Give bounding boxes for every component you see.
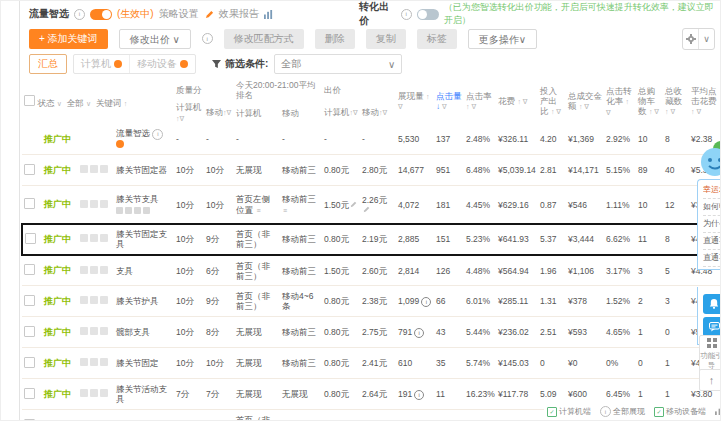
tag-icon[interactable] (100, 389, 108, 397)
header-fav[interactable]: 总收藏数 ↑ ∇ (663, 79, 689, 124)
header-all-filter[interactable]: 全部 (67, 98, 84, 108)
report-icon[interactable] (134, 207, 141, 214)
tag-icon[interactable] (90, 296, 98, 304)
tag-icon[interactable] (80, 234, 88, 242)
cell-bid-pc[interactable]: 0.80元 (322, 410, 360, 421)
cell-bid-pc[interactable]: - (322, 124, 360, 155)
modify-match-button[interactable]: 修改匹配方式 (224, 29, 304, 49)
remove-icon[interactable] (143, 207, 150, 214)
cell-bid-pc[interactable]: 0.80元 (322, 348, 360, 379)
tag-icon[interactable] (100, 200, 108, 208)
effect-report-link[interactable]: 效果报告 (219, 7, 259, 21)
tag-icon[interactable] (90, 200, 98, 208)
faq-link[interactable]: 直通车推广计划? (703, 250, 721, 267)
trend-chart-icon[interactable] (715, 406, 721, 417)
cell-bid-mobile[interactable]: 2.19元 (360, 224, 396, 255)
info-icon[interactable]: i (202, 33, 213, 44)
cell-bid-pc[interactable]: 1.50元 (322, 255, 360, 286)
info-icon[interactable]: i (152, 129, 163, 140)
modify-bid-dropdown[interactable]: 修改出价 ∨ (119, 29, 191, 49)
cell-keyword[interactable]: 膝关节固定支具 (114, 224, 174, 255)
cell-bid-mobile[interactable]: 2.26元 (360, 410, 396, 421)
header-cost[interactable]: 花费 ↑ ∇ (496, 79, 538, 124)
row-checkbox[interactable] (24, 388, 35, 399)
tag-icon[interactable] (80, 389, 88, 397)
header-cart[interactable]: 总购物车数 ↑ ∇ (636, 79, 663, 124)
row-checkbox[interactable] (24, 357, 35, 368)
tag-icon[interactable] (80, 200, 88, 208)
impressions-info-icon[interactable]: i (421, 297, 431, 307)
header-status[interactable]: 状态 (37, 98, 54, 108)
subheader-quality-pc[interactable]: 计算机↑∇ (174, 101, 204, 124)
tab-summary[interactable]: 汇总 (29, 54, 67, 74)
copy-button[interactable]: 复制 (366, 29, 406, 49)
cell-keyword[interactable]: 支具 (114, 255, 174, 286)
row-checkbox[interactable] (24, 326, 35, 337)
collapse-chevron-icon[interactable]: ∨ (698, 29, 714, 49)
header-cvr[interactable]: 点击转化率 ↑ ∇ (604, 79, 636, 124)
edit-bid-icon[interactable] (363, 206, 370, 213)
subheader-bid-pc[interactable]: 计算机↑∇ (322, 101, 360, 124)
add-keyword-button[interactable]: + 添加关键词 (29, 29, 108, 49)
tag-icon[interactable] (90, 327, 98, 335)
cell-bid-mobile[interactable]: - (360, 124, 396, 155)
cell-keyword[interactable]: 髋部支具 (114, 317, 174, 348)
chart-icon[interactable] (125, 207, 132, 214)
tab-computer[interactable]: 计算机 (74, 55, 129, 73)
cell-bid-mobile[interactable]: 2.38元 (360, 286, 396, 317)
row-checkbox[interactable] (24, 295, 35, 306)
cell-keyword[interactable]: 膝关节支具 (114, 186, 174, 224)
select-all-checkbox[interactable] (24, 95, 35, 106)
delete-button[interactable]: 删除 (315, 29, 355, 49)
legend-mobile[interactable]: ✓移动设备端 (654, 406, 706, 417)
tag-icon[interactable] (90, 389, 98, 397)
tag-icon[interactable] (80, 296, 88, 304)
cell-bid-mobile[interactable]: 2.60元 (360, 255, 396, 286)
subheader-bid-mobile[interactable]: 移动↑∇ (360, 101, 396, 124)
cell-bid-mobile[interactable]: 2.80元 (360, 155, 396, 186)
row-checkbox[interactable] (24, 164, 35, 175)
back-to-top-button[interactable]: ↑ (699, 369, 721, 391)
info-icon[interactable]: i (401, 9, 412, 20)
tag-icon[interactable] (80, 358, 88, 366)
tag-icon[interactable] (100, 266, 108, 274)
header-clicks[interactable]: 点击量 ↓ ∇ (434, 79, 464, 124)
tab-mobile[interactable]: 移动设备 (129, 55, 195, 73)
cell-bid-pc[interactable]: 0.80元 (322, 286, 360, 317)
row-checkbox[interactable] (24, 264, 35, 275)
impressions-info-icon[interactable]: i (414, 390, 424, 400)
cell-keyword[interactable]: 膝关节固定 (114, 348, 174, 379)
cell-bid-mobile[interactable]: 2.64元 (360, 379, 396, 410)
cell-bid-pc[interactable]: 0.80元 (322, 224, 360, 255)
tag-icon[interactable] (90, 358, 98, 366)
header-keyword[interactable]: 关键词 (96, 98, 122, 108)
chat-button[interactable] (703, 317, 721, 337)
header-impressions[interactable]: 展现量 ↑ ∇ (396, 79, 434, 124)
tag-icon[interactable] (90, 234, 98, 242)
info-icon[interactable]: i (74, 9, 85, 20)
feature-guide-button[interactable]: 功能引导 (699, 335, 721, 373)
tag-icon[interactable] (100, 358, 108, 366)
filter-condition-select[interactable]: 全部∨ (274, 54, 402, 74)
notification-bell-button[interactable] (703, 294, 721, 314)
cell-keyword[interactable]: 膝关节固定器 (114, 155, 174, 186)
tag-icon[interactable] (80, 327, 88, 335)
legend-computer[interactable]: ✓计算机端 (547, 406, 591, 417)
cell-bid-mobile[interactable]: 2.26元 (360, 186, 396, 224)
faq-link[interactable]: 直通车推广 (703, 233, 721, 250)
assistant-mascot-icon[interactable] (700, 147, 721, 181)
faq-link[interactable]: 为什么会跳过日期 (703, 216, 721, 233)
header-ctr[interactable]: 点击率 ↑ ∇ (464, 79, 496, 124)
header-roi[interactable]: 投入产出比 ↑ ∇ (538, 79, 566, 124)
cell-bid-pc[interactable]: 0.80元 (322, 155, 360, 186)
edit-bid-icon[interactable] (350, 201, 357, 208)
gear-icon[interactable] (683, 29, 698, 49)
tag-icon[interactable] (100, 327, 108, 335)
row-checkbox[interactable] (24, 198, 35, 209)
rank-list-icon[interactable]: ≡ (283, 207, 287, 214)
row-checkbox[interactable] (25, 233, 36, 244)
tag-icon[interactable] (90, 165, 98, 173)
cell-bid-pc[interactable]: 0.80元 (322, 317, 360, 348)
strategy-settings-link[interactable]: 策略设置 (159, 7, 199, 21)
cell-keyword[interactable]: 膝关节护具 (114, 286, 174, 317)
